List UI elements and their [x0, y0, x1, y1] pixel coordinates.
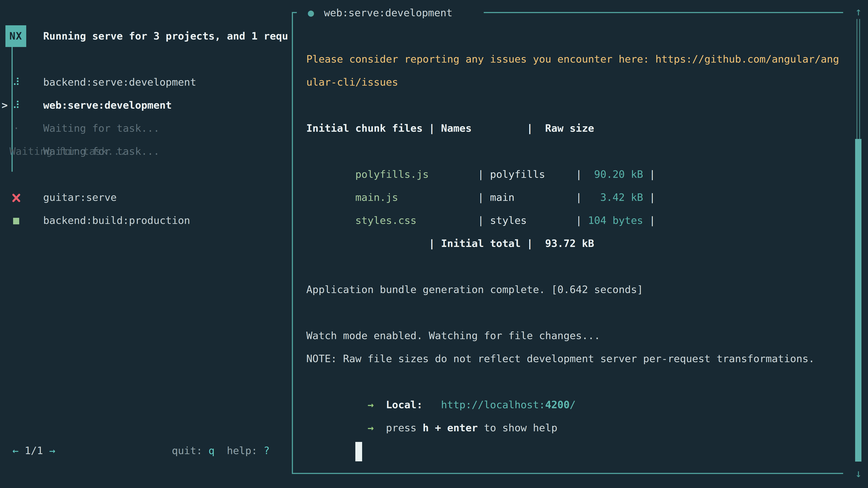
hotkey-hints: quit:qhelp:?: [172, 439, 270, 462]
chunk-name: | polyfills |: [478, 168, 582, 180]
error-x-icon: [12, 194, 20, 202]
local-label: Local:: [386, 399, 423, 411]
issue-notice-line: ular-cli/issues: [306, 71, 853, 94]
task-label: backend:serve:development: [43, 71, 196, 94]
task-label: backend:build:production: [43, 209, 190, 232]
terminal-output: Please consider reporting any issues you…: [306, 48, 853, 440]
gap: [374, 399, 386, 411]
arrow-icon: →: [368, 399, 374, 411]
pipe: |: [649, 191, 655, 203]
quit-key: q: [209, 445, 215, 457]
help-hint-post: to show help: [478, 422, 557, 434]
quit-label: quit:: [172, 445, 202, 457]
pager-page-indicator: 1/1: [25, 445, 43, 457]
spinner-icon: ⠼: [9, 71, 23, 94]
task-item-waiting-1[interactable]: · Waiting for task...: [0, 117, 292, 140]
waiting-dot-icon: Waiting for task...: [9, 140, 23, 163]
blank-line: [306, 94, 853, 117]
help-hint-keys: h + enter: [423, 422, 478, 434]
note-line: NOTE: Raw file sizes do not reflect deve…: [306, 347, 853, 370]
task-item-waiting-2[interactable]: Waiting for task... Waiting for task...: [0, 140, 292, 163]
scroll-down-icon[interactable]: ↓: [851, 462, 866, 485]
chunk-file: polyfills.js: [355, 168, 478, 180]
help-label: help:: [227, 445, 257, 457]
chunk-file: styles.css: [355, 215, 478, 226]
scrollbar-track[interactable]: [857, 19, 860, 139]
gap: [374, 422, 386, 434]
chunk-name: | styles |: [478, 215, 582, 226]
task-label: web:serve:development: [43, 94, 172, 117]
task-item-web-serve[interactable]: > ⠼ web:serve:development: [0, 94, 292, 117]
issue-notice-line: Please consider reporting any issues you…: [306, 48, 853, 71]
scrollbar-thumb[interactable]: [855, 139, 862, 462]
nx-logo: NX: [5, 25, 26, 47]
terminal-cursor: [355, 442, 362, 461]
panel-border-top: [484, 12, 843, 13]
pipe: |: [649, 168, 655, 180]
task-sidebar: NX Running serve for 3 projects, and 1 r…: [0, 0, 292, 488]
panel-border-left: [292, 12, 293, 474]
task-label: Waiting for task...: [43, 117, 160, 140]
pager-prev-icon[interactable]: ←: [12, 445, 19, 457]
pager[interactable]: ←1/1→: [12, 439, 55, 462]
chunk-table-total-row: | Initial total | 93.72 kB: [306, 232, 853, 255]
panel-title: web:serve:development: [324, 1, 453, 24]
success-square-icon: [13, 218, 19, 224]
localhost-url[interactable]: http://localhost:: [441, 399, 545, 411]
watch-mode-line: Watch mode enabled. Watching for file ch…: [306, 324, 853, 347]
help-hint-pre: press: [386, 422, 423, 434]
task-item-backend-build[interactable]: backend:build:production: [0, 209, 292, 232]
task-item-guitar-serve[interactable]: guitar:serve: [0, 186, 292, 209]
chunk-size: 104 bytes: [582, 215, 649, 226]
task-label: guitar:serve: [43, 186, 117, 209]
chunk-file: main.js: [355, 191, 478, 203]
task-label: Waiting for task...: [43, 140, 160, 163]
localhost-url-slash[interactable]: /: [569, 399, 576, 411]
local-url-line: → Local: http://localhost:4200/: [306, 370, 853, 393]
pager-next-icon[interactable]: →: [49, 445, 55, 457]
indent: [355, 399, 368, 411]
chunk-size: 3.42 kB: [582, 191, 649, 203]
waiting-dot-icon: ·: [9, 117, 23, 140]
arrow-icon: →: [368, 422, 374, 434]
blank-line: [306, 301, 853, 324]
bundle-complete-line: Application bundle generation complete. …: [306, 278, 853, 301]
running-bullet-icon: ●: [308, 1, 314, 24]
chunk-table-row: polyfills.js | polyfills | 90.20 kB |: [306, 140, 853, 163]
localhost-port[interactable]: 4200: [545, 399, 569, 411]
panel-border-bottom: [292, 473, 843, 474]
chunk-size: 90.20 kB: [582, 168, 649, 180]
help-key: ?: [264, 445, 270, 457]
indent: [355, 422, 368, 434]
gap: [423, 399, 441, 411]
blank-line: [306, 255, 853, 278]
task-item-backend-serve[interactable]: ⠼ backend:serve:development: [0, 71, 292, 94]
pipe: |: [649, 215, 655, 226]
chunk-table-header: Initial chunk files | Names | Raw size: [306, 117, 853, 140]
active-chevron-icon: >: [2, 94, 8, 117]
sidebar-title: Running serve for 3 projects, and 1 requ: [43, 25, 292, 48]
spinner-icon: ⠼: [9, 94, 23, 117]
chunk-name: | main |: [478, 191, 582, 203]
